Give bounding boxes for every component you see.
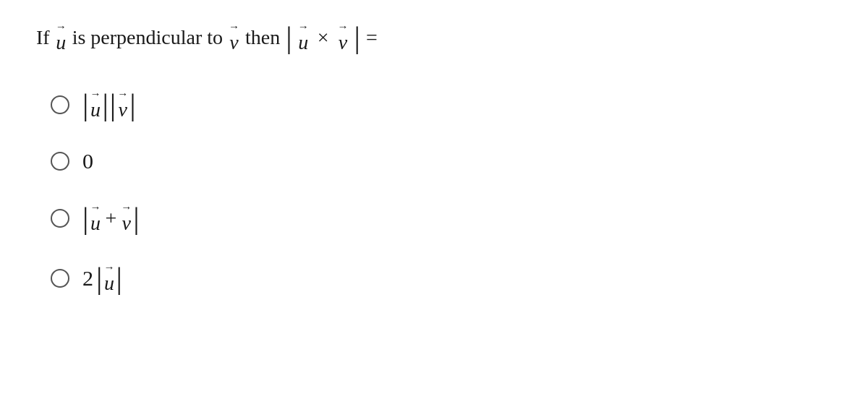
question-connector: then [245,26,280,49]
vector-v-c: → v [121,202,132,233]
question-row: If → u is perpendicular to → v then | → … [36,22,832,53]
letter-u-d: u [104,273,114,293]
abs-close-c: | [133,203,139,233]
letter-u-a: u [90,100,101,120]
radio-c[interactable] [51,209,69,228]
vector-u-question: → u [56,22,67,53]
vector-v-question: → v [229,22,239,53]
option-c-math: | → u + → v | [82,202,140,233]
letter-v-a: v [119,100,127,120]
equals-sign: = [366,26,378,49]
radio-b[interactable] [51,152,69,171]
question-middle: is perpendicular to [72,26,223,49]
vector-v-main: → v [337,22,348,53]
radio-a[interactable] [51,95,69,114]
options-list: | → u | | → v | 0 | [36,89,832,293]
letter-v-main: v [339,33,347,53]
abs-open-c: | [82,203,88,233]
page-container: If → u is perpendicular to → v then | → … [0,0,868,315]
abs-open-u-d: | [96,263,102,293]
option-a: | → u | | → v | [51,89,832,120]
option-a-math: | → u | | → v | [82,89,136,120]
letter-v-question: v [229,33,238,53]
question-prefix: If [36,26,50,49]
option-c: | → u + → v | [51,202,832,233]
abs-close-u-a: | [102,90,108,120]
abs-close-main: | [354,22,359,53]
abs-close-u-d: | [116,263,122,293]
letter-u-c: u [90,213,101,233]
letter-u-main: u [298,33,308,53]
cross-operator: × [318,26,329,49]
vector-u-a: → u [90,89,101,120]
vector-u-c: → u [90,202,101,233]
plus-operator-c: + [105,207,116,230]
coeff-2: 2 [82,266,93,291]
option-d: 2 | → u | [51,262,832,293]
abs-close-v-a: | [129,90,135,120]
vector-u-d: → u [103,262,114,293]
radio-d[interactable] [51,269,69,288]
option-b-label: 0 [82,149,93,173]
letter-u-question: u [56,33,66,53]
vector-v-a: → v [117,89,128,120]
option-d-math: 2 | → u | [82,262,122,293]
letter-v-c: v [122,213,131,233]
vector-u-main: → u [298,22,309,53]
abs-open-main: | [286,22,292,53]
abs-open-v-a: | [110,90,116,120]
abs-open-u-a: | [82,90,88,120]
option-b: 0 [51,149,832,173]
